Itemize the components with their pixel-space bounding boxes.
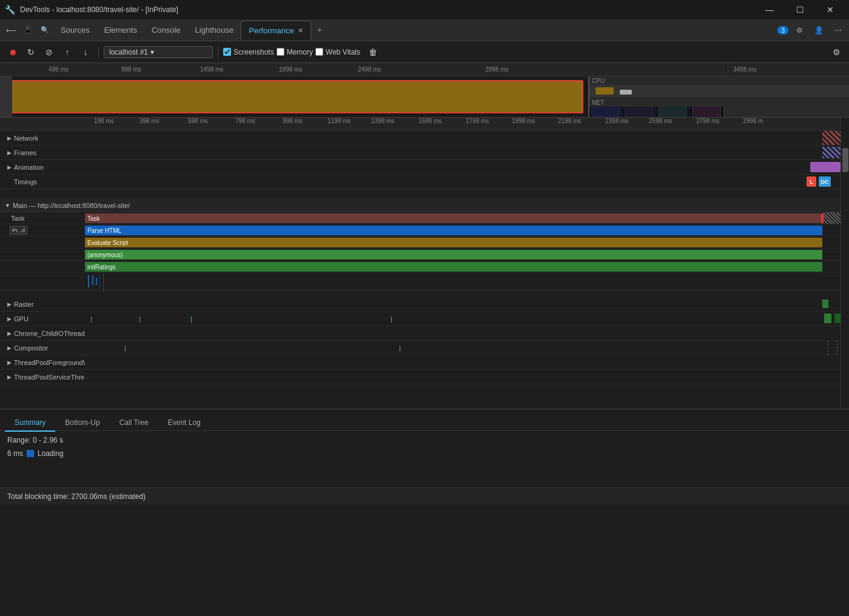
tab-performance[interactable]: Performance ✕ <box>241 21 310 40</box>
memory-checkbox-label[interactable]: Memory <box>277 48 313 56</box>
evaluate-script-bar[interactable]: Evaluate Script <box>85 238 822 247</box>
user-icon[interactable]: 👤 <box>810 22 827 39</box>
maximize-button[interactable]: ☐ <box>786 0 814 19</box>
threadpool-foreground-track[interactable]: ▶ ThreadPoolForegroundWorker <box>0 355 841 370</box>
compositor-expand-arrow[interactable]: ▶ <box>7 345 12 351</box>
timings-track-content: L DC <box>85 175 841 189</box>
upload-button[interactable]: ↑ <box>59 44 75 60</box>
network-track[interactable]: ▶ Network <box>0 131 841 146</box>
main-timeline-area: 198 ms 398 ms 598 ms 798 ms 998 ms 1198 … <box>0 118 849 409</box>
main-collapse-arrow[interactable]: ▼ <box>5 203 10 209</box>
memory-checkbox[interactable] <box>277 48 284 56</box>
gpu-track-content <box>85 312 841 326</box>
tab-lighthouse[interactable]: Lighthouse <box>188 21 241 40</box>
parse-html-label: Pr...d <box>0 226 85 235</box>
loading-legend: 6 ms Loading <box>7 449 842 458</box>
close-button[interactable]: ✕ <box>816 0 844 19</box>
chrome-childiothread-track[interactable]: ▶ Chrome_ChildIOThread <box>0 326 841 341</box>
raster-track-content <box>85 297 841 311</box>
trash-icon[interactable]: 🗑 <box>365 44 381 60</box>
record-button[interactable]: ⏺ <box>5 44 21 60</box>
parse-html-bar[interactable]: Parse HTML <box>85 226 822 235</box>
raster-track[interactable]: ▶ Raster <box>0 297 841 312</box>
tick-1398: 1398 ms <box>371 118 394 124</box>
parse-html-row[interactable]: Pr...d Parse HTML <box>0 224 841 236</box>
tab-elements[interactable]: Elements <box>97 21 144 40</box>
web-vitals-checkbox-label[interactable]: Web Vitals <box>315 48 360 56</box>
loading-value: 6 ms <box>7 449 23 458</box>
screenshots-checkbox[interactable] <box>223 48 231 56</box>
tick-2198: 2198 ms <box>558 118 581 124</box>
gear-icon[interactable]: ⚙ <box>828 44 844 60</box>
raster-expand-arrow[interactable]: ▶ <box>7 301 12 307</box>
threadpool-svc-expand-arrow[interactable]: ▶ <box>7 374 12 380</box>
parse-html-content: Parse HTML <box>85 224 841 236</box>
animation-expand-arrow[interactable]: ▶ <box>7 164 12 170</box>
titlebar: 🔧 DevTools - localhost:8080/travel-site/… <box>0 0 849 19</box>
web-vitals-checkbox[interactable] <box>315 48 323 56</box>
tab-nav-inspect[interactable]: 🔍 <box>36 22 53 39</box>
tracks-container[interactable]: ▶ Network ▶ Frames <box>0 131 841 409</box>
task-bar-main[interactable]: Task <box>85 213 822 223</box>
overview-area[interactable]: 498 ms 998 ms 1498 ms 1998 ms 2498 ms 29… <box>0 63 849 118</box>
settings-icon[interactable]: ⚙ <box>791 22 808 39</box>
frames-expand-arrow[interactable]: ▶ <box>7 150 12 156</box>
evaluate-script-row[interactable]: Evaluate Script <box>0 236 841 249</box>
tick-2798: 2798 ms <box>696 118 719 124</box>
bottom-tab-event-log[interactable]: Event Log <box>158 415 210 432</box>
timeline-panel: 198 ms 398 ms 598 ms 798 ms 998 ms 1198 … <box>0 118 841 409</box>
right-scrollbar[interactable] <box>841 118 849 409</box>
raster-label: ▶ Raster <box>0 301 85 308</box>
ruler-label-2998: 2998 ms <box>485 66 508 73</box>
tick-2998: 2998 m <box>743 118 763 124</box>
tab-sources[interactable]: Sources <box>53 21 97 40</box>
bottom-tab-bottom-up[interactable]: Bottom-Up <box>55 415 109 432</box>
clear-button[interactable]: ⊘ <box>41 44 57 60</box>
gpu-track[interactable]: ▶ GPU <box>0 312 841 326</box>
main-task-row[interactable]: Task Task <box>0 212 841 224</box>
threadpool-service-track[interactable]: ▶ ThreadPoolServiceThread <box>0 370 841 384</box>
anonymous-bar[interactable]: (anonymous) <box>85 250 822 259</box>
overview-right-panel: CPU NET <box>588 76 849 117</box>
tab-nav-back[interactable]: ⟵ <box>2 22 19 39</box>
animation-bar <box>810 162 841 172</box>
init-ratings-content: initRatings <box>85 261 841 272</box>
network-expand-arrow[interactable]: ▶ <box>7 135 12 141</box>
tab-nav-device[interactable]: 📱 <box>19 22 36 39</box>
init-ratings-row[interactable]: initRatings <box>0 261 841 273</box>
overview-selection-box[interactable] <box>5 80 583 113</box>
minimize-button[interactable]: — <box>756 0 784 19</box>
range-display: Range: 0 - 2.96 s <box>7 436 842 444</box>
download-button[interactable]: ↓ <box>78 44 93 60</box>
bottom-tab-summary[interactable]: Summary <box>5 415 55 432</box>
tab-add-button[interactable]: ＋ <box>311 22 328 39</box>
tab-console[interactable]: Console <box>144 21 188 40</box>
childiothread-expand-arrow[interactable]: ▶ <box>7 330 12 336</box>
gpu-expand-arrow[interactable]: ▶ <box>7 316 12 322</box>
tab-right-controls: 3 ⚙ 👤 ⋯ <box>777 22 847 39</box>
screenshot-thumb-2 <box>625 107 654 117</box>
anonymous-row[interactable]: (anonymous) <box>0 249 841 261</box>
screenshot-2 <box>623 107 656 117</box>
overview-timeline-ruler: 498 ms 998 ms 1498 ms 1998 ms 2498 ms 29… <box>0 63 728 76</box>
screenshots-checkbox-label[interactable]: Screenshots <box>223 48 274 56</box>
ruler-label-2498: 2498 ms <box>358 66 381 73</box>
tick-1198: 1198 ms <box>327 118 351 124</box>
timing-l-marker: L <box>807 176 816 187</box>
dropdown-icon: ▾ <box>150 48 154 56</box>
bottom-tab-call-tree[interactable]: Call Tree <box>110 415 158 432</box>
timings-track[interactable]: ▶ Timings L DC <box>0 175 841 189</box>
frames-track[interactable]: ▶ Frames <box>0 146 841 160</box>
compositor-track[interactable]: ▶ Compositor <box>0 341 841 355</box>
task-bar-stripe <box>824 212 841 224</box>
reload-record-button[interactable]: ↻ <box>23 44 39 60</box>
screenshot-3 <box>656 107 690 117</box>
url-selector[interactable]: localhost #1 ▾ <box>104 46 213 58</box>
more-options-icon[interactable]: ⋯ <box>830 22 847 39</box>
animation-track[interactable]: ▶ Animation <box>0 160 841 175</box>
threadpool-fg-expand-arrow[interactable]: ▶ <box>7 360 12 366</box>
anonymous-content: (anonymous) <box>85 249 841 260</box>
scrollbar-thumb[interactable] <box>842 148 848 172</box>
init-ratings-bar[interactable]: initRatings <box>85 262 822 272</box>
tab-close-performance[interactable]: ✕ <box>298 27 303 35</box>
